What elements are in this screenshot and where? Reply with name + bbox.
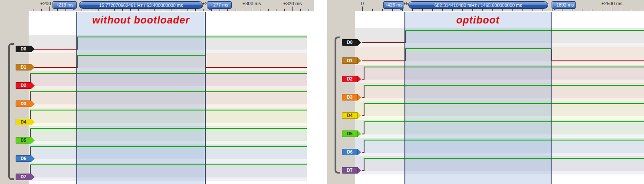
selection-border-left[interactable] [76, 12, 77, 184]
channel-tag-d1[interactable]: D1 [342, 57, 358, 64]
ruler-tick [472, 9, 473, 11]
channel-tag-d0[interactable]: D0 [342, 39, 358, 46]
ruler-tick [82, 9, 82, 11]
ruler-tick [532, 9, 532, 11]
badge-text: +213 ms [56, 2, 74, 7]
channel-tag-d1[interactable]: D1 [16, 64, 31, 70]
ruler-tick [220, 9, 220, 11]
channel-tag-d4[interactable]: D4 [16, 119, 31, 125]
channel-tag-arrow [358, 39, 361, 46]
annotation-text: without bootloader [77, 14, 205, 26]
ruler-tick [482, 9, 483, 11]
ruler-tick [432, 9, 433, 11]
signal-trace-high [364, 140, 644, 141]
ruler-tick [392, 9, 393, 11]
badge-text: +426 ms [385, 2, 403, 7]
signal-trace-high [30, 128, 307, 129]
channel-tag-arrow [358, 112, 361, 119]
ruler-tick [49, 7, 50, 11]
ruler-tick [522, 9, 522, 11]
ruler-tick [33, 9, 33, 11]
channel-tag-arrow [31, 46, 35, 52]
ruler-label: +320 ms [275, 1, 310, 6]
channel-tag-d3[interactable]: D3 [342, 94, 358, 100]
channel-tag-arrow [358, 57, 361, 64]
ruler-tick [309, 9, 309, 11]
signal-trace-high [77, 55, 205, 56]
signal-trace-low [29, 67, 77, 68]
ruler-label: +300 ms [234, 1, 269, 6]
channel-tag-arrow [31, 155, 35, 162]
channel-group-bracket [8, 43, 14, 180]
ruler-tick [195, 9, 196, 11]
ruler-tick [154, 9, 155, 11]
signal-edge [364, 85, 365, 98]
selection-border-right[interactable] [205, 12, 206, 184]
ruler-tick [642, 9, 642, 11]
ruler-tick [57, 9, 58, 11]
badge-text: +277 ms [210, 2, 228, 7]
signal-edge [364, 140, 365, 153]
ruler-tick [492, 9, 493, 11]
channel-tag-arrow [31, 119, 35, 125]
signal-edge [364, 67, 365, 80]
channel-tag-d2[interactable]: D2 [342, 76, 358, 82]
ruler-tick [452, 9, 453, 11]
badge-pointer [553, 8, 556, 10]
signal-trace-high [30, 91, 307, 92]
channel-group-bracket [335, 37, 340, 174]
signal-trace-high [30, 146, 307, 147]
ruler-tick [98, 9, 99, 11]
ruler-tick [203, 9, 204, 11]
selection-start-badge[interactable]: +213 ms [53, 1, 77, 9]
ruler-tick [41, 9, 42, 11]
signal-edge [364, 104, 365, 116]
channel-tag-d5[interactable]: D5 [16, 137, 31, 144]
ruler-tick [632, 9, 632, 11]
signal-trace-high [30, 73, 307, 74]
channel-tag-d4[interactable]: D4 [342, 112, 358, 119]
channel-tag-d3[interactable]: D3 [16, 100, 31, 107]
ruler-tick [227, 9, 228, 11]
selection-border-right[interactable] [551, 12, 552, 184]
selection-measurement-pill[interactable]: 15.772870662461 Hz / 63.400000000 ms [79, 1, 203, 9]
channel-tag-arrow [358, 149, 361, 155]
selection-start-badge[interactable]: +426 ms [383, 1, 404, 9]
channel-tag-arrow [358, 94, 361, 100]
ruler-tick [268, 9, 269, 11]
selection-end-badge[interactable]: +277 ms [207, 1, 232, 9]
signal-trace-high [364, 103, 644, 104]
selection-measurement-pill[interactable]: 682.314410480 mHz / 1465.600000000 ms [408, 1, 548, 9]
channel-tag-d5[interactable]: D5 [342, 130, 358, 137]
signal-trace-high [364, 85, 644, 86]
ruler-tick [147, 9, 147, 11]
badge-pointer [399, 8, 403, 10]
channel-tag-arrow [358, 167, 361, 174]
channel-tag-d6[interactable]: D6 [342, 149, 358, 155]
channel-tag-arrow [31, 64, 35, 70]
ruler-tick [252, 7, 252, 11]
channel-tag-d7[interactable]: D7 [342, 167, 358, 174]
channel-tag-d6[interactable]: D6 [16, 155, 31, 162]
ruler-tick [422, 9, 423, 11]
ruler-tick [276, 9, 276, 11]
channel-tag-d0[interactable]: D0 [16, 46, 31, 52]
ruler-tick [542, 9, 542, 11]
channel-tag-d7[interactable]: D7 [16, 174, 31, 180]
ruler-tick [106, 9, 106, 11]
selection-end-badge[interactable]: +1892 ms [552, 1, 576, 9]
selection-border-left[interactable] [404, 12, 405, 184]
signal-trace-low [551, 60, 644, 61]
signal-trace-low [362, 42, 405, 43]
signal-trace-high [364, 67, 644, 67]
ruler-tick [552, 9, 552, 11]
channel-tag-d2[interactable]: D2 [16, 82, 31, 89]
selection-region[interactable] [77, 12, 205, 184]
signal-trace-low [362, 60, 405, 61]
signal-trace-high [77, 37, 307, 37]
channel-tag-arrow [358, 76, 361, 82]
ruler-tick [114, 9, 115, 11]
ruler-label: 0 [345, 1, 380, 6]
ruler-tick [592, 9, 592, 11]
signal-trace-high [364, 158, 644, 159]
